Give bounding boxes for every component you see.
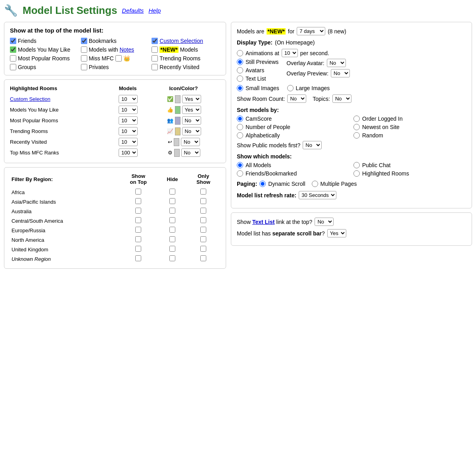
fbr-show-on-top-cb-cell[interactable] bbox=[119, 197, 158, 206]
help-link[interactable]: Help bbox=[148, 7, 161, 14]
show-all-models-radio[interactable] bbox=[237, 162, 243, 168]
fbr-show-on-top-cb[interactable] bbox=[135, 217, 141, 223]
new-models-checkbox[interactable] bbox=[152, 46, 158, 53]
miss-mfc-checkbox[interactable] bbox=[81, 55, 87, 62]
fbr-show-on-top-cb-cell[interactable] bbox=[119, 216, 158, 226]
models-with-notes-checkbox[interactable] bbox=[81, 46, 87, 53]
miss-mfc-crown-checkbox[interactable] bbox=[115, 55, 122, 62]
avatars-radio[interactable] bbox=[237, 67, 243, 73]
fbr-show-on-top-cb-cell[interactable] bbox=[119, 254, 158, 264]
fbr-hide-cb-cell[interactable] bbox=[158, 245, 187, 254]
fbr-show-on-top-cb[interactable] bbox=[135, 208, 141, 214]
text-list-link[interactable]: Text List bbox=[252, 219, 275, 225]
notes-link[interactable]: Notes bbox=[119, 46, 134, 53]
fbr-show-on-top-cb-cell[interactable] bbox=[119, 245, 158, 254]
fbr-only-show-cb[interactable] bbox=[200, 189, 206, 195]
fbr-only-show-cb[interactable] bbox=[200, 246, 206, 252]
fbr-only-show-cb[interactable] bbox=[200, 227, 206, 233]
hr-models-select[interactable]: 51015202550100 bbox=[119, 106, 138, 114]
models-may-like-checkbox[interactable] bbox=[10, 46, 16, 53]
hr-yn-select[interactable]: YesNo bbox=[181, 138, 200, 146]
custom-selection-checkbox[interactable] bbox=[152, 38, 158, 44]
animations-fps-select[interactable]: 10 5 15 20 bbox=[282, 49, 298, 57]
fbr-show-on-top-cb[interactable] bbox=[135, 246, 141, 252]
fbr-only-show-cb-cell[interactable] bbox=[186, 187, 220, 197]
fbr-show-on-top-cb-cell[interactable] bbox=[119, 235, 158, 245]
hr-yn-select[interactable]: YesNo bbox=[182, 95, 201, 103]
fbr-only-show-cb-cell[interactable] bbox=[186, 197, 220, 206]
hr-yn-select[interactable]: YesNo bbox=[181, 148, 200, 157]
text-list-radio[interactable] bbox=[237, 75, 243, 82]
fbr-hide-cb-cell[interactable] bbox=[158, 235, 187, 245]
scroll-bar-select[interactable]: Yes No bbox=[327, 229, 346, 237]
hr-models-select[interactable]: 51015202550100 bbox=[119, 116, 138, 125]
hr-yn-select[interactable]: YesNo bbox=[182, 106, 201, 114]
fbr-hide-cb[interactable] bbox=[169, 198, 175, 204]
show-public-first-select[interactable]: No Yes bbox=[303, 141, 322, 149]
hr-models-select[interactable]: 51015202550100 bbox=[119, 138, 138, 146]
hr-models-select[interactable]: 51015202550100 bbox=[119, 127, 138, 135]
fbr-only-show-cb[interactable] bbox=[200, 198, 206, 204]
trending-rooms-checkbox[interactable] bbox=[152, 55, 158, 62]
still-previews-radio[interactable] bbox=[237, 59, 243, 65]
fbr-hide-cb-cell[interactable] bbox=[158, 216, 187, 226]
fbr-only-show-cb-cell[interactable] bbox=[186, 245, 220, 254]
fbr-hide-cb-cell[interactable] bbox=[158, 206, 187, 216]
hr-models-select[interactable]: 51015202550100 bbox=[119, 95, 138, 103]
hr-models-select[interactable]: 51015202550100 bbox=[119, 148, 138, 157]
large-images-radio[interactable] bbox=[287, 85, 294, 91]
friends-checkbox[interactable] bbox=[10, 38, 16, 44]
fbr-show-on-top-cb-cell[interactable] bbox=[119, 226, 158, 235]
fbr-only-show-cb[interactable] bbox=[200, 217, 206, 223]
fbr-hide-cb-cell[interactable] bbox=[158, 226, 187, 235]
hr-models-cell[interactable]: 51015202550100 bbox=[109, 147, 150, 158]
fbr-hide-cb[interactable] bbox=[169, 246, 175, 252]
show-friends-bookmarked-radio[interactable] bbox=[237, 170, 243, 177]
animations-radio[interactable] bbox=[237, 50, 243, 56]
sort-random-radio[interactable] bbox=[353, 132, 360, 139]
fbr-hide-cb[interactable] bbox=[169, 208, 175, 214]
sort-people-radio[interactable] bbox=[237, 124, 243, 130]
fbr-only-show-cb-cell[interactable] bbox=[186, 226, 220, 235]
dynamic-scroll-radio[interactable] bbox=[259, 181, 266, 187]
fbr-hide-cb-cell[interactable] bbox=[158, 187, 187, 197]
fbr-only-show-cb[interactable] bbox=[200, 236, 206, 242]
hr-models-cell[interactable]: 51015202550100 bbox=[109, 126, 150, 137]
show-room-count-select[interactable]: No Yes bbox=[287, 94, 306, 103]
recently-visited-checkbox[interactable] bbox=[152, 64, 158, 70]
fbr-hide-cb[interactable] bbox=[169, 217, 175, 223]
bookmarks-checkbox[interactable] bbox=[81, 38, 87, 44]
sort-newest-radio[interactable] bbox=[353, 124, 360, 130]
groups-checkbox[interactable] bbox=[10, 64, 16, 70]
multiple-pages-radio[interactable] bbox=[312, 181, 318, 187]
fbr-show-on-top-cb[interactable] bbox=[135, 189, 141, 195]
sort-alpha-radio[interactable] bbox=[237, 132, 243, 139]
fbr-show-on-top-cb[interactable] bbox=[135, 255, 141, 261]
fbr-show-on-top-cb-cell[interactable] bbox=[119, 206, 158, 216]
fbr-hide-cb-cell[interactable] bbox=[158, 197, 187, 206]
hr-row-link[interactable]: Custom Selection bbox=[10, 96, 50, 102]
most-popular-checkbox[interactable] bbox=[10, 55, 16, 62]
fbr-hide-cb[interactable] bbox=[169, 255, 175, 261]
hr-models-cell[interactable]: 51015202550100 bbox=[109, 94, 150, 104]
sort-order-logged-radio[interactable] bbox=[353, 116, 360, 122]
hr-models-cell[interactable]: 51015202550100 bbox=[109, 104, 150, 115]
overlay-preview-select[interactable]: No Yes bbox=[331, 69, 350, 77]
fbr-hide-cb[interactable] bbox=[169, 189, 175, 195]
fbr-only-show-cb-cell[interactable] bbox=[186, 235, 220, 245]
custom-selection-link[interactable]: Custom Selection bbox=[159, 38, 203, 44]
fbr-show-on-top-cb[interactable] bbox=[135, 236, 141, 242]
hr-models-cell[interactable]: 51015202550100 bbox=[109, 115, 150, 126]
hr-models-cell[interactable]: 51015202550100 bbox=[109, 137, 150, 147]
fbr-only-show-cb-cell[interactable] bbox=[186, 254, 220, 264]
refresh-rate-select[interactable]: 30 Seconds 1 Minute 2 Minutes 5 Minutes bbox=[299, 191, 336, 199]
sort-camscore-radio[interactable] bbox=[237, 116, 243, 122]
fbr-only-show-cb[interactable] bbox=[200, 255, 206, 261]
defaults-link[interactable]: Defaults bbox=[122, 7, 144, 14]
fbr-only-show-cb-cell[interactable] bbox=[186, 216, 220, 226]
fbr-only-show-cb[interactable] bbox=[200, 208, 206, 214]
overlay-avatar-select[interactable]: No Yes bbox=[327, 59, 346, 67]
new-for-select[interactable]: 7 days 1 day 3 days 14 days 30 days bbox=[297, 27, 325, 35]
fbr-hide-cb[interactable] bbox=[169, 236, 175, 242]
small-images-radio[interactable] bbox=[237, 85, 243, 91]
